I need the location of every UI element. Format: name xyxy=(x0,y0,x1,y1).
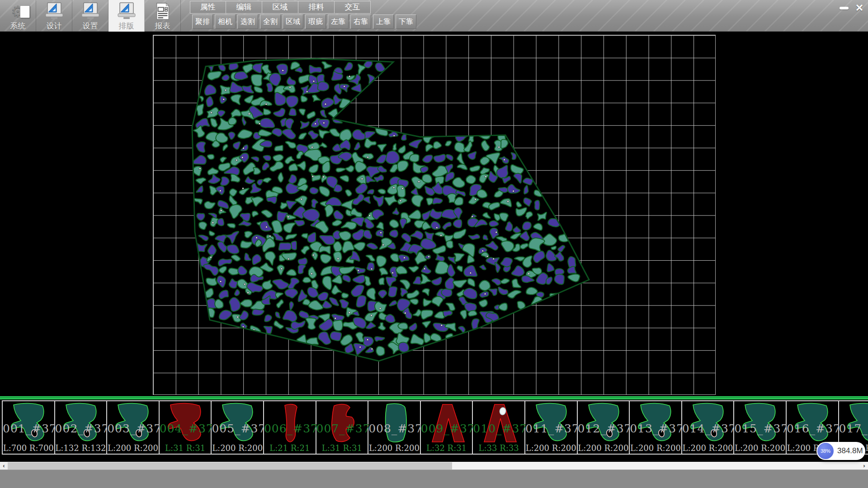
action-button-瑕疵[interactable]: 瑕疵 xyxy=(305,14,326,29)
tray-part-001_#37[interactable]: 001_#37L:700 R:700 xyxy=(3,401,55,454)
toolbar-button-报表[interactable]: 报表 xyxy=(145,0,181,32)
progress-percent-badge: 38% xyxy=(817,443,834,459)
status-bar xyxy=(0,469,868,488)
window-controls: ✕ xyxy=(838,3,865,14)
horizontal-scrollbar[interactable]: ‹ › xyxy=(0,462,868,469)
toolbar-button-label: 排版 xyxy=(119,22,134,31)
action-button-全割[interactable]: 全割 xyxy=(260,14,281,29)
close-icon: ✕ xyxy=(855,3,863,13)
part-shape-thumbnail xyxy=(790,402,835,446)
system-gear-icon: ⚙ xyxy=(11,1,24,22)
part-shape-thumbnail xyxy=(372,402,417,446)
action-button-区域[interactable]: 区域 xyxy=(283,14,303,29)
tray-part-014_#37[interactable]: 014_#37L:200 R:200 xyxy=(682,401,735,454)
action-button-选割[interactable]: 选割 xyxy=(237,14,258,29)
tray-part-011_#37[interactable]: 011_#37L:200 R:200 xyxy=(525,401,578,454)
menu-tab-排料[interactable]: 排料 xyxy=(298,1,335,14)
menu-tab-区域[interactable]: 区域 xyxy=(262,1,298,14)
part-shape-thumbnail xyxy=(738,402,783,446)
action-button-相机[interactable]: 相机 xyxy=(215,14,236,29)
action-button-bar: 聚排相机选割全割区域瑕疵左靠右靠上靠下靠 xyxy=(192,14,416,29)
part-shape-thumbnail xyxy=(111,402,156,446)
toolbar-button-label: 设置 xyxy=(83,22,98,31)
part-shape-thumbnail xyxy=(268,402,313,446)
toolbar-button-系统[interactable]: ⚙系统 xyxy=(0,0,36,32)
tray-separator-line xyxy=(0,396,868,399)
scroll-left-button[interactable]: ‹ xyxy=(0,462,8,470)
part-shape-thumbnail xyxy=(843,402,868,446)
progress-pill: 38% 384.8M xyxy=(816,442,865,460)
part-shape-thumbnail xyxy=(476,402,522,446)
menu-tab-bar: 属性编辑区域排料交互 xyxy=(190,1,371,14)
part-shape-thumbnail xyxy=(529,402,574,446)
tray-part-015_#37[interactable]: 015_#37L:200 R:200 xyxy=(734,401,787,454)
part-shape-thumbnail xyxy=(581,402,627,446)
toolbar-button-label: 系统 xyxy=(10,22,26,31)
tray-part-006_#37[interactable]: 006_#37L:21 R:21 xyxy=(264,401,316,454)
menu-tab-属性[interactable]: 属性 xyxy=(190,1,226,14)
settings-icon xyxy=(80,1,100,22)
scroll-right-button[interactable]: › xyxy=(860,462,868,470)
design-icon xyxy=(44,1,64,22)
tray-part-002_#37[interactable]: 002_#37L:132 R:132 xyxy=(55,401,108,454)
action-button-上靠[interactable]: 上靠 xyxy=(373,14,394,29)
tray-part-012_#37[interactable]: 012_#37L:200 R:200 xyxy=(578,401,630,454)
memory-usage-label: 384.8M xyxy=(837,446,863,455)
toolbar-button-设置[interactable]: 设置 xyxy=(72,0,108,32)
action-button-左靠[interactable]: 左靠 xyxy=(328,14,349,29)
scrollbar-thumb[interactable] xyxy=(452,462,860,470)
part-shape-thumbnail xyxy=(320,402,365,446)
title-toolbar: ⚙系统设计设置排版报表 属性编辑区域排料交互 聚排相机选割全割区域瑕疵左靠右靠上… xyxy=(0,0,868,32)
part-shape-thumbnail xyxy=(686,402,731,446)
action-button-下靠[interactable]: 下靠 xyxy=(396,14,416,29)
part-shape-thumbnail xyxy=(633,402,679,446)
tray-part-004_#37[interactable]: 004_#37L:31 R:31 xyxy=(160,401,212,454)
menu-tab-编辑[interactable]: 编辑 xyxy=(226,1,262,14)
report-icon xyxy=(154,1,171,22)
main-toolbar-buttons: ⚙系统设计设置排版报表 xyxy=(0,0,181,32)
toolbar-button-设计[interactable]: 设计 xyxy=(36,0,72,32)
nesting-canvas[interactable] xyxy=(153,35,716,395)
minimize-button[interactable] xyxy=(838,3,850,14)
action-button-聚排[interactable]: 聚排 xyxy=(192,14,213,29)
part-shape-thumbnail xyxy=(425,402,470,446)
minimize-icon xyxy=(840,7,849,9)
part-shape-thumbnail xyxy=(59,402,104,446)
tray-part-005_#37[interactable]: 005_#37L:200 R:200 xyxy=(212,401,264,454)
tray-part-003_#37[interactable]: 003_#37L:200 R:200 xyxy=(107,401,160,454)
tray-part-008_#37[interactable]: 008_#37L:200 R:200 xyxy=(368,401,421,454)
nesting-app-window: ⚙系统设计设置排版报表 属性编辑区域排料交互 聚排相机选割全割区域瑕疵左靠右靠上… xyxy=(0,0,868,488)
toolbar-button-排版[interactable]: 排版 xyxy=(108,0,145,32)
tray-part-010_#37[interactable]: 010_#37L:33 R:33 xyxy=(473,401,525,454)
close-button[interactable]: ✕ xyxy=(854,3,865,14)
toolbar-button-label: 报表 xyxy=(155,22,170,31)
toolbar-button-label: 设计 xyxy=(47,22,62,31)
parts-tray: 001_#37L:700 R:700002_#37L:132 R:132003_… xyxy=(0,399,868,455)
part-shape-thumbnail xyxy=(6,402,52,446)
layout-icon xyxy=(117,1,137,22)
tray-part-009_#37[interactable]: 009_#37L:32 R:31 xyxy=(421,401,473,454)
action-button-右靠[interactable]: 右靠 xyxy=(350,14,371,29)
menu-tab-交互[interactable]: 交互 xyxy=(335,1,371,14)
tray-part-013_#37[interactable]: 013_#37L:200 R:200 xyxy=(630,401,682,454)
part-shape-thumbnail xyxy=(215,402,260,446)
parts-tray-list: 001_#37L:700 R:700002_#37L:132 R:132003_… xyxy=(2,400,868,455)
tray-part-007_#37[interactable]: 007_#37L:31 R:31 xyxy=(316,401,369,454)
part-shape-thumbnail xyxy=(163,402,208,446)
leather-hide-nest xyxy=(153,35,716,395)
